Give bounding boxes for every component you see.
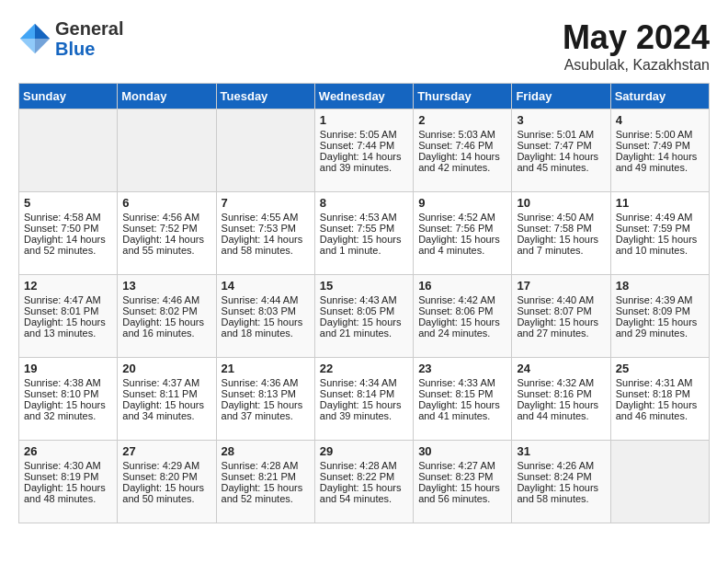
daylight-text: Daylight: 15 hours and 7 minutes.	[517, 234, 605, 256]
calendar-cell: 8Sunrise: 4:53 AMSunset: 7:55 PMDaylight…	[314, 192, 413, 275]
day-number: 21	[222, 362, 310, 375]
daylight-text: Daylight: 15 hours and 4 minutes.	[418, 234, 506, 256]
calendar-cell: 18Sunrise: 4:39 AMSunset: 8:09 PMDayligh…	[610, 275, 709, 358]
calendar-cell: 5Sunrise: 4:58 AMSunset: 7:50 PMDaylight…	[19, 192, 118, 275]
sunrise-text: Sunrise: 4:49 AM	[616, 212, 704, 223]
sunrise-text: Sunrise: 5:05 AM	[320, 129, 408, 140]
calendar-cell: 16Sunrise: 4:42 AMSunset: 8:06 PMDayligh…	[414, 275, 512, 358]
calendar-cell: 12Sunrise: 4:47 AMSunset: 8:01 PMDayligh…	[19, 275, 118, 358]
daylight-text: Daylight: 15 hours and 1 minute.	[320, 234, 408, 256]
calendar-cell	[610, 441, 709, 523]
sunrise-text: Sunrise: 4:55 AM	[222, 212, 310, 223]
daylight-text: Daylight: 15 hours and 50 minutes.	[122, 482, 210, 504]
calendar-week-row: 12Sunrise: 4:47 AMSunset: 8:01 PMDayligh…	[19, 275, 710, 358]
day-number: 16	[418, 279, 506, 293]
sunrise-text: Sunrise: 4:36 AM	[222, 377, 310, 388]
sunrise-text: Sunrise: 4:28 AM	[320, 460, 408, 471]
calendar-cell: 27Sunrise: 4:29 AMSunset: 8:20 PMDayligh…	[118, 441, 216, 523]
daylight-text: Daylight: 15 hours and 44 minutes.	[517, 399, 605, 421]
sunrise-text: Sunrise: 4:34 AM	[320, 377, 408, 388]
daylight-text: Daylight: 14 hours and 42 minutes.	[418, 151, 506, 173]
calendar-cell: 25Sunrise: 4:31 AMSunset: 8:18 PMDayligh…	[610, 358, 709, 441]
day-number: 31	[517, 444, 605, 458]
daylight-text: Daylight: 15 hours and 41 minutes.	[418, 399, 506, 421]
daylight-text: Daylight: 15 hours and 48 minutes.	[24, 482, 112, 504]
daylight-text: Daylight: 14 hours and 52 minutes.	[24, 234, 112, 256]
day-number: 25	[616, 362, 704, 375]
daylight-text: Daylight: 15 hours and 16 minutes.	[122, 316, 210, 339]
calendar-cell: 4Sunrise: 5:00 AMSunset: 7:49 PMDaylight…	[610, 109, 709, 192]
sunrise-text: Sunrise: 4:26 AM	[517, 460, 605, 471]
daylight-text: Daylight: 15 hours and 54 minutes.	[320, 482, 408, 504]
daylight-text: Daylight: 15 hours and 27 minutes.	[517, 316, 605, 339]
sunset-text: Sunset: 7:52 PM	[122, 223, 210, 234]
calendar-cell: 23Sunrise: 4:33 AMSunset: 8:15 PMDayligh…	[414, 358, 512, 441]
daylight-text: Daylight: 15 hours and 29 minutes.	[616, 316, 704, 339]
daylight-text: Daylight: 15 hours and 10 minutes.	[616, 234, 704, 256]
calendar-table: SundayMondayTuesdayWednesdayThursdayFrid…	[18, 83, 710, 523]
sunset-text: Sunset: 8:14 PM	[320, 388, 408, 399]
sunrise-text: Sunrise: 4:27 AM	[418, 460, 506, 471]
daylight-text: Daylight: 15 hours and 37 minutes.	[222, 399, 310, 421]
day-number: 3	[517, 113, 605, 127]
sunrise-text: Sunrise: 4:43 AM	[320, 294, 408, 305]
sunset-text: Sunset: 7:53 PM	[222, 223, 310, 234]
calendar-cell: 20Sunrise: 4:37 AMSunset: 8:11 PMDayligh…	[118, 358, 216, 441]
daylight-text: Daylight: 15 hours and 18 minutes.	[222, 316, 310, 339]
daylight-text: Daylight: 14 hours and 58 minutes.	[222, 234, 310, 256]
calendar-cell	[118, 109, 216, 192]
calendar-day-header: Tuesday	[216, 84, 314, 109]
day-number: 30	[418, 444, 506, 458]
day-number: 9	[418, 196, 506, 210]
day-number: 24	[517, 362, 605, 375]
calendar-cell: 26Sunrise: 4:30 AMSunset: 8:19 PMDayligh…	[19, 441, 118, 523]
sunrise-text: Sunrise: 4:29 AM	[122, 460, 210, 471]
logo-icon	[18, 22, 51, 55]
calendar-cell: 2Sunrise: 5:03 AMSunset: 7:46 PMDaylight…	[414, 109, 512, 192]
daylight-text: Daylight: 15 hours and 34 minutes.	[122, 399, 210, 421]
sunset-text: Sunset: 7:44 PM	[320, 140, 408, 151]
daylight-text: Daylight: 15 hours and 13 minutes.	[24, 316, 112, 339]
daylight-text: Daylight: 15 hours and 52 minutes.	[222, 482, 310, 504]
day-number: 28	[222, 444, 310, 458]
sunset-text: Sunset: 8:21 PM	[222, 471, 310, 482]
sunset-text: Sunset: 8:01 PM	[24, 305, 112, 316]
calendar-cell: 7Sunrise: 4:55 AMSunset: 7:53 PMDaylight…	[216, 192, 314, 275]
calendar-cell: 17Sunrise: 4:40 AMSunset: 8:07 PMDayligh…	[512, 275, 610, 358]
daylight-text: Daylight: 15 hours and 46 minutes.	[616, 399, 704, 421]
sunrise-text: Sunrise: 4:47 AM	[24, 294, 112, 305]
calendar-week-row: 19Sunrise: 4:38 AMSunset: 8:10 PMDayligh…	[19, 358, 710, 441]
daylight-text: Daylight: 15 hours and 21 minutes.	[320, 316, 408, 339]
day-number: 29	[320, 444, 408, 458]
sunset-text: Sunset: 7:47 PM	[517, 140, 605, 151]
sunrise-text: Sunrise: 4:58 AM	[24, 212, 112, 223]
daylight-text: Daylight: 14 hours and 39 minutes.	[320, 151, 408, 173]
sunset-text: Sunset: 8:13 PM	[222, 388, 310, 399]
title-block: May 2024 Asubulak, Kazakhstan	[563, 18, 710, 74]
sunrise-text: Sunrise: 4:46 AM	[122, 294, 210, 305]
sunset-text: Sunset: 8:07 PM	[517, 305, 605, 316]
day-number: 2	[418, 113, 506, 127]
day-number: 5	[24, 196, 112, 210]
day-number: 26	[24, 444, 112, 458]
sunrise-text: Sunrise: 4:53 AM	[320, 212, 408, 223]
day-number: 13	[122, 279, 210, 293]
calendar-cell	[216, 109, 314, 192]
calendar-day-header: Monday	[118, 84, 216, 109]
calendar-cell: 31Sunrise: 4:26 AMSunset: 8:24 PMDayligh…	[512, 441, 610, 523]
calendar-cell: 11Sunrise: 4:49 AMSunset: 7:59 PMDayligh…	[610, 192, 709, 275]
calendar-header-row: SundayMondayTuesdayWednesdayThursdayFrid…	[19, 84, 710, 109]
calendar-cell: 15Sunrise: 4:43 AMSunset: 8:05 PMDayligh…	[314, 275, 413, 358]
calendar-cell: 3Sunrise: 5:01 AMSunset: 7:47 PMDaylight…	[512, 109, 610, 192]
sunset-text: Sunset: 7:49 PM	[616, 140, 704, 151]
sunset-text: Sunset: 8:19 PM	[24, 471, 112, 482]
day-number: 27	[122, 444, 210, 458]
sunset-text: Sunset: 8:06 PM	[418, 305, 506, 316]
page-subtitle: Asubulak, Kazakhstan	[563, 57, 710, 74]
sunset-text: Sunset: 8:02 PM	[122, 305, 210, 316]
day-number: 6	[122, 196, 210, 210]
sunset-text: Sunset: 8:23 PM	[418, 471, 506, 482]
daylight-text: Daylight: 15 hours and 32 minutes.	[24, 399, 112, 421]
day-number: 14	[222, 279, 310, 293]
page-title: May 2024	[563, 18, 710, 57]
